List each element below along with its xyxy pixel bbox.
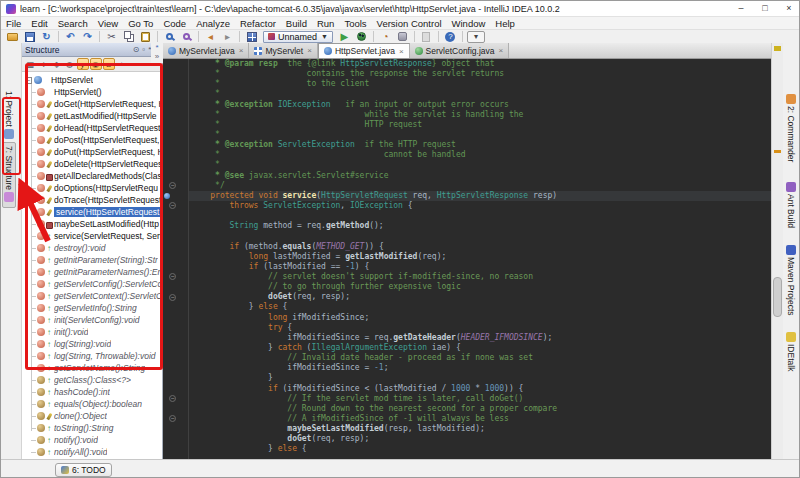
toolwindow-button-idetalk[interactable]: IDEtalk	[784, 326, 798, 375]
find-icon[interactable]	[162, 30, 177, 43]
tree-item[interactable]: doPost(HttpServletRequest,	[22, 134, 162, 146]
editor-scrollbar[interactable]	[771, 43, 783, 459]
tree-item[interactable]: HttpServlet()	[22, 86, 162, 98]
collapse-all-icon[interactable]: −	[129, 58, 141, 70]
save-icon[interactable]	[22, 30, 37, 43]
tree-item[interactable]: ↑notifyAll():void	[22, 446, 162, 458]
tree-item[interactable]: ↑equals(Object):boolean	[22, 398, 162, 410]
toolwindow-button-maven-projects[interactable]: Maven Projects	[784, 239, 798, 320]
tree-item[interactable]: ↑service(ServletRequest, Serv	[22, 230, 162, 242]
tree-item[interactable]: ↑getInitParameter(String):Str	[22, 254, 162, 266]
export-icon[interactable]	[419, 30, 434, 43]
code-line[interactable]: protected void service(HttpServletReques…	[189, 191, 771, 201]
back-icon[interactable]: ◂	[203, 30, 218, 43]
code-line[interactable]: // If the servlet mod time is later, cal…	[189, 394, 771, 404]
more-icon[interactable]: ▾	[467, 31, 485, 43]
tree-item[interactable]: doHead(HttpServletRequest	[22, 122, 162, 134]
fold-marker-icon[interactable]: −	[169, 395, 176, 402]
scroll-to-source-icon[interactable]: *	[151, 43, 163, 52]
group-overridden-icon[interactable]: ◈	[51, 58, 63, 70]
show-fields-icon[interactable]: ▦	[25, 58, 37, 70]
tab-close-icon[interactable]: ×	[399, 47, 404, 56]
menu-go-to[interactable]: Go To	[123, 17, 158, 30]
code-line[interactable]: // to go through further expensive logic	[189, 282, 771, 292]
toolwindow-button-1-project[interactable]: 1: Project	[2, 87, 16, 145]
menu-run[interactable]: Run	[312, 17, 339, 30]
code-line[interactable]: if (lastModified == -1) {	[189, 262, 771, 272]
fold-marker-icon[interactable]: −	[169, 182, 176, 189]
tree-item[interactable]: ↑getServletConfig():ServletCo	[22, 278, 162, 290]
undo-icon[interactable]: ↶	[63, 30, 78, 43]
code-line[interactable]: if (method.equals(METHOD_GET)) {	[189, 242, 771, 252]
code-line[interactable]: *	[189, 89, 771, 99]
code-line[interactable]: * @exception IOException if an input or …	[189, 100, 771, 110]
menu-window[interactable]: Window	[447, 17, 491, 30]
profile-icon[interactable]	[395, 30, 410, 43]
run-icon[interactable]: ▶	[337, 30, 352, 43]
tree-item[interactable]: doTrace(HttpServletRequest	[22, 194, 162, 206]
code-line[interactable]: } else {	[189, 302, 771, 312]
tree-item[interactable]: ↑hashCode():int	[22, 386, 162, 398]
code-line[interactable]: * @see javax.servlet.Servlet#service	[189, 171, 771, 181]
code-line[interactable]: ifModifiedSince = req.getDateHeader(HEAD…	[189, 333, 771, 343]
toolwindow-button-7-structure[interactable]: 7: Structure	[2, 142, 16, 208]
pin-icon[interactable]: ⊙	[133, 44, 140, 56]
tree-item[interactable]: getAllDeclaredMethods(Clas	[22, 170, 162, 182]
menu-help[interactable]: Help	[490, 17, 520, 30]
code-line[interactable]: */	[189, 181, 771, 191]
expander-icon[interactable]: −	[25, 77, 32, 84]
code-line[interactable]: throws ServletException, IOException {	[189, 201, 771, 211]
tree-item[interactable]: ↑log(String, Throwable):void	[22, 350, 162, 362]
float-icon[interactable]: ▫	[142, 44, 145, 56]
debug-icon[interactable]	[354, 30, 369, 43]
code-line[interactable]: long lastModified = getLastModified(req)…	[189, 252, 771, 262]
settings-icon[interactable]	[244, 30, 259, 43]
editor-code-area[interactable]: * @param resp the {@link HttpServletResp…	[189, 59, 771, 459]
run-configuration-selector[interactable]: Unnamed▼	[263, 31, 333, 43]
tree-item[interactable]: ↑getServletContext():ServletC	[22, 290, 162, 302]
code-line[interactable]: * contains the response the servlet retu…	[189, 69, 771, 79]
menu-analyze[interactable]: Analyze	[191, 17, 235, 30]
code-line[interactable]: } catch (IllegalArgumentException iae) {	[189, 343, 771, 353]
error-stripe-mark[interactable]	[774, 46, 781, 51]
code-line[interactable]: String method = req.getMethod();	[189, 221, 771, 231]
menu-view[interactable]: View	[93, 17, 123, 30]
copy-icon[interactable]	[121, 30, 136, 43]
code-line[interactable]: }	[189, 373, 771, 383]
code-line[interactable]: long ifModifiedSince;	[189, 313, 771, 323]
tree-item[interactable]: clone():Object	[22, 410, 162, 422]
code-line[interactable]: * to the client	[189, 79, 771, 89]
tree-item[interactable]: doOptions(HttpServletRequ	[22, 182, 162, 194]
tab-servletconfig-java[interactable]: ServletConfig.java×	[410, 43, 510, 58]
code-line[interactable]: } else {	[189, 444, 771, 454]
tab-myservlet-java[interactable]: MyServlet.java×	[163, 43, 249, 58]
tab-close-icon[interactable]: ×	[307, 46, 312, 55]
code-line[interactable]: // Invalid date header - proceed as if n…	[189, 353, 771, 363]
tab-scroll-icon[interactable]: »	[151, 52, 163, 61]
menu-file[interactable]: File	[1, 17, 26, 30]
code-line[interactable]	[189, 211, 771, 221]
tree-item[interactable]: getLastModified(HttpServle	[22, 110, 162, 122]
sync-icon[interactable]: ↻	[39, 30, 54, 43]
show-non-public-icon[interactable]: y	[77, 58, 89, 70]
fold-marker-icon[interactable]: −	[169, 273, 176, 280]
code-line[interactable]: doGet(req, resp);	[189, 292, 771, 302]
expand-all-icon[interactable]: +	[116, 58, 128, 70]
tab-httpservlet-java[interactable]: HttpServlet.java×	[318, 43, 410, 58]
coverage-icon[interactable]: ◔	[378, 30, 393, 43]
menu-build[interactable]: Build	[281, 17, 312, 30]
minimize-button[interactable]: –	[729, 1, 753, 17]
tree-item[interactable]: ↑log(String):void	[22, 338, 162, 350]
code-line[interactable]: // servlet doesn't support if-modified-s…	[189, 272, 771, 282]
fold-marker-icon[interactable]: −	[169, 294, 176, 301]
code-line[interactable]: doGet(req, resp);	[189, 434, 771, 444]
code-line[interactable]	[189, 231, 771, 241]
tree-item[interactable]: ↑destroy():void	[22, 242, 162, 254]
tree-item[interactable]: doPut(HttpServletRequest, H	[22, 146, 162, 158]
open-icon[interactable]	[5, 30, 20, 43]
code-line[interactable]: maybeSetLastModified(resp, lastModified)…	[189, 424, 771, 434]
code-editor[interactable]: −−−−−− * @param resp the {@link HttpServ…	[163, 59, 771, 459]
group-properties-icon[interactable]: ◍	[64, 58, 76, 70]
sort-alphabetically-icon[interactable]: a	[103, 58, 115, 70]
close-button[interactable]: ×	[777, 1, 800, 17]
